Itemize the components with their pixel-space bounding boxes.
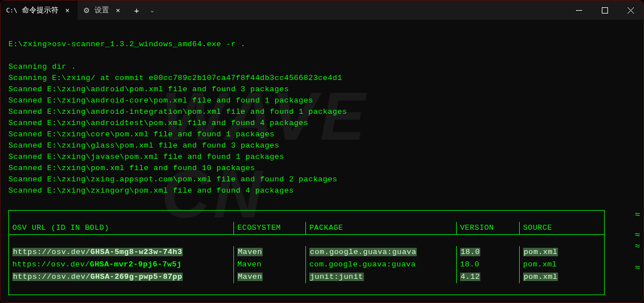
col-version: VERSION bbox=[457, 222, 520, 234]
col-ecosystem: ECOSYSTEM bbox=[234, 222, 306, 234]
new-tab-button[interactable]: + bbox=[128, 1, 145, 20]
output-line: E:\zxing>osv-scanner_1.3.2_windows_amd64… bbox=[8, 39, 636, 50]
cell-src: pom.xml bbox=[520, 271, 583, 283]
results-table: OSV URL (ID IN BOLD) ECOSYSTEM PACKAGE V… bbox=[8, 210, 605, 295]
svg-rect-1 bbox=[602, 7, 607, 13]
cell-url[interactable]: https://osv.dev/GHSA-5mg8-w23w-74h3 bbox=[9, 246, 234, 259]
cell-pkg: junit:junit bbox=[306, 271, 457, 283]
output-line: Scanned E:\zxing\android\pom.xml file an… bbox=[8, 84, 636, 95]
cell-ver: 18.0 bbox=[457, 259, 520, 271]
cmd-icon: C:\ bbox=[6, 7, 17, 14]
output-line: Scanned E:\zxing\zxing.appspot.com\pom.x… bbox=[8, 174, 636, 185]
cell-eco: Maven bbox=[234, 271, 306, 283]
output-line: Scanned E:\zxing\pom.xml file and found … bbox=[8, 163, 636, 174]
col-url: OSV URL (ID IN BOLD) bbox=[9, 222, 234, 234]
col-source: SOURCE bbox=[520, 222, 583, 234]
output-line: Scanned E:\zxing\core\pom.xml file and f… bbox=[8, 129, 636, 140]
output-line: Scanned E:\zxing\glass\pom.xml file and … bbox=[8, 140, 636, 152]
cell-eco: Maven bbox=[234, 246, 306, 259]
cell-ver: 4.12 bbox=[457, 271, 520, 283]
cell-src: pom.xml bbox=[520, 259, 583, 271]
tilde-marker: ≈ bbox=[634, 263, 640, 273]
table-row: https://osv.dev/GHSA-mvr2-9pj6-7w5j Mave… bbox=[9, 259, 604, 271]
close-button[interactable] bbox=[618, 1, 643, 20]
tilde-marker: ≈ bbox=[634, 210, 640, 220]
output-line: Scanning E:\zxing/ at commit e00cc789c2b… bbox=[8, 73, 636, 84]
tilde-marker: ≈ bbox=[634, 230, 640, 240]
col-package: PACKAGE bbox=[306, 222, 457, 234]
close-icon[interactable]: × bbox=[114, 6, 123, 15]
maximize-button[interactable] bbox=[592, 1, 618, 20]
tab-cmd[interactable]: C:\ 命令提示符 × bbox=[1, 1, 78, 20]
output-line: Scanned E:\zxing\android-core\pom.xml fi… bbox=[8, 95, 636, 106]
tilde-marker: ≈ bbox=[634, 242, 640, 252]
cell-url[interactable]: https://osv.dev/GHSA-269g-pwp5-87pp bbox=[9, 271, 234, 283]
terminal-window: C:\ 命令提示符 × ⚙ 设置 × + ⌄ WAVE CN E:\zxing>… bbox=[0, 0, 644, 303]
table-row: https://osv.dev/GHSA-269g-pwp5-87pp Mave… bbox=[9, 271, 604, 283]
cell-src: pom.xml bbox=[520, 246, 583, 259]
cell-eco: Maven bbox=[234, 259, 306, 271]
minimize-button[interactable] bbox=[566, 1, 592, 20]
terminal-output[interactable]: E:\zxing>osv-scanner_1.3.2_windows_amd64… bbox=[1, 20, 643, 302]
cell-pkg: com.google.guava:guava bbox=[306, 246, 457, 259]
output-line: Scanned E:\zxing\zxingorg\pom.xml file a… bbox=[8, 185, 636, 197]
cell-pkg: com.google.guava:guava bbox=[306, 259, 457, 271]
close-icon[interactable]: × bbox=[63, 6, 72, 15]
gear-icon: ⚙ bbox=[83, 6, 90, 15]
titlebar: C:\ 命令提示符 × ⚙ 设置 × + ⌄ bbox=[1, 1, 643, 20]
table-header: OSV URL (ID IN BOLD) ECOSYSTEM PACKAGE V… bbox=[9, 222, 604, 235]
cell-url[interactable]: https://osv.dev/GHSA-mvr2-9pj6-7w5j bbox=[9, 259, 234, 271]
output-line: Scanning dir . bbox=[8, 61, 636, 73]
output-line: Scanned E:\zxing\androidtest\pom.xml fil… bbox=[8, 118, 636, 129]
tab-title: 设置 bbox=[94, 5, 109, 15]
tab-settings[interactable]: ⚙ 设置 × bbox=[78, 1, 128, 20]
tab-dropdown[interactable]: ⌄ bbox=[145, 1, 160, 20]
output-line: Scanned E:\zxing\javase\pom.xml file and… bbox=[8, 152, 636, 163]
output-line: Scanned E:\zxing\android-integration\pom… bbox=[8, 106, 636, 118]
table-row: https://osv.dev/GHSA-5mg8-w23w-74h3 Mave… bbox=[9, 246, 604, 259]
tab-title: 命令提示符 bbox=[22, 5, 58, 15]
cell-ver: 18.0 bbox=[457, 246, 520, 259]
